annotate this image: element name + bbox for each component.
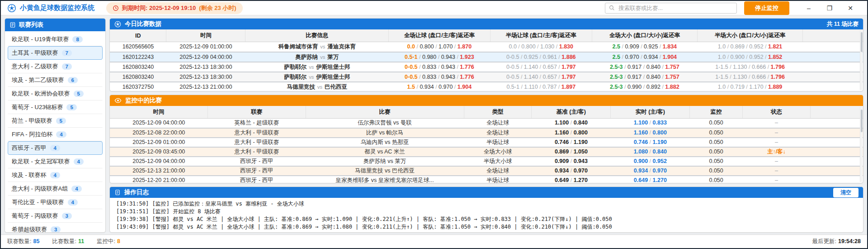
column-header: 全场大小 (盘口/大/小)返还率 bbox=[592, 29, 697, 42]
sidebar-item[interactable]: 欧足联 - 欧洲协会联赛5 bbox=[8, 87, 103, 101]
base-home: 1.100 bbox=[555, 120, 569, 126]
today-scrollbar[interactable] bbox=[860, 30, 863, 90]
separator: / bbox=[764, 84, 768, 90]
separator: / bbox=[660, 84, 665, 90]
away-team: 伊斯坦堡士邦 bbox=[316, 74, 350, 80]
match-count-badge: 共 11 场比赛 bbox=[827, 20, 859, 28]
today-table-wrap: ID时间比赛信息全场让球 (盘口/主/客)返还率半场让球 (盘口/主/客)返还率… bbox=[110, 29, 863, 91]
table-row[interactable]: 2025-12-09 04:00:00英格兰 - 超级联赛伍尔弗汉普顿 vs 曼… bbox=[110, 119, 863, 128]
away-odds: 0.952 bbox=[749, 54, 763, 60]
sidebar-item[interactable]: 葡萄牙 - 丙级联赛3 bbox=[8, 209, 103, 223]
live-home: 0.649 bbox=[634, 177, 648, 183]
handicap-value: 0-0.5 bbox=[506, 64, 519, 70]
stop-monitor-button[interactable]: 停止监控 bbox=[744, 1, 789, 15]
table-row[interactable]: 16208032402025-12-13 18:30:00萨勒耶尔vs伊斯坦堡士… bbox=[110, 72, 863, 82]
separator: / bbox=[436, 74, 441, 80]
sidebar-item[interactable]: 意大利 - 乙级联赛7 bbox=[8, 60, 103, 73]
sidebar-item[interactable]: 荷兰 - 甲级联赛5 bbox=[8, 114, 103, 128]
last-updated-value: 19:54:28 bbox=[838, 238, 861, 244]
odds-cell: 1-1.5 / 1.130 / 0.666 / 1.796 bbox=[697, 72, 802, 82]
vs-label: vs bbox=[317, 84, 322, 90]
sidebar-item[interactable]: 意大利 - 丙级联赛A组4 bbox=[8, 182, 103, 196]
return-rate: 1.870 bbox=[458, 43, 472, 50]
league-label: 荷兰 - 甲级联赛 bbox=[12, 117, 52, 125]
separator: / bbox=[660, 64, 665, 70]
sidebar-item[interactable]: 哥伦比亚 - 甲级联赛4 bbox=[8, 196, 103, 209]
handicap-value: 2.5-3 bbox=[610, 74, 623, 80]
search-input[interactable] bbox=[618, 5, 733, 12]
scrollbar-thumb[interactable] bbox=[861, 32, 863, 52]
sidebar-item[interactable]: FIFA - 阿拉伯杯4 bbox=[8, 128, 103, 141]
table-row[interactable]: 2025-12-09 03:45:00意大利 - 甲级联赛都灵 vs AC 米兰… bbox=[110, 147, 863, 157]
table-row[interactable]: 2025-12-20 21:00:00西班牙 - 西甲皇家奥维耶多 vs 皇家维… bbox=[110, 176, 863, 184]
table-row[interactable]: 2025-12-09 01:00:00意大利 - 甲级联赛乌迪内斯 vs 热那亚… bbox=[110, 138, 863, 147]
match-time: 2025-12-13 18:30:00 bbox=[166, 62, 245, 72]
status-value: 主↑/客↓ bbox=[767, 148, 786, 155]
sidebar-item[interactable]: 欧足联 - U19青年联赛8 bbox=[8, 33, 103, 46]
monitor-scrollbar[interactable] bbox=[860, 107, 863, 182]
match-info: 萨勒耶尔vs伊斯坦堡士邦 bbox=[245, 62, 389, 72]
separator: / bbox=[642, 84, 646, 90]
home-team: 科鲁姆城市体育 bbox=[278, 43, 318, 50]
monitor-type: 半场大小球 bbox=[464, 157, 532, 166]
sidebar-item[interactable]: 西班牙 - 西甲4 bbox=[8, 141, 103, 155]
app-title: 小黄鱼足球数据监控系统 bbox=[20, 4, 94, 12]
maximize-button[interactable]: ❐ bbox=[819, 5, 840, 12]
odds-cell: 2.5-3 / 0.990 / 0.892 / 1.882 bbox=[592, 82, 697, 92]
table-row[interactable]: 2025-12-08 22:00:00意大利 - 甲级联赛比萨 vs 帕尔马全场… bbox=[110, 128, 863, 138]
column-header: 比赛信息 bbox=[245, 29, 389, 42]
today-panel-header: 今日比赛数据 共 11 场比赛 bbox=[110, 19, 863, 29]
league-name: 西班牙 - 西甲 bbox=[208, 157, 306, 166]
match-count-status: 比赛数量:11 bbox=[52, 238, 84, 245]
separator: / bbox=[728, 64, 733, 70]
status-cell: – bbox=[742, 166, 810, 176]
league-count-badge: 4 bbox=[56, 131, 66, 138]
live-home: 1.080 bbox=[634, 148, 648, 155]
separator: / bbox=[569, 177, 573, 183]
sidebar-item[interactable]: 希腊超级联赛3 bbox=[8, 223, 103, 233]
threshold-value: 0.050 bbox=[690, 176, 743, 184]
sidebar-item[interactable]: 埃及 - 第二乙级联赛6 bbox=[8, 73, 103, 87]
odds-cell: 1.0 / 0.869 / 0.952 / 1.821 bbox=[697, 42, 802, 52]
separator: / bbox=[538, 74, 542, 80]
separator: / bbox=[620, 43, 625, 50]
scrollbar-thumb[interactable] bbox=[861, 110, 863, 132]
table-row[interactable]: 16208032402025-12-13 18:30:00萨勒耶尔vs伊斯坦堡士… bbox=[110, 62, 863, 72]
separator: / bbox=[569, 129, 573, 136]
odds-cell: 0.5-1 / 0.980 / 0.943 / 1.923 bbox=[388, 52, 490, 62]
separator: / bbox=[569, 139, 573, 145]
minimize-button[interactable]: – bbox=[798, 5, 819, 12]
away-team: 潘迪克体育 bbox=[327, 43, 356, 50]
sidebar-item[interactable]: 葡萄牙 - U23锦标赛5 bbox=[8, 101, 103, 114]
live-odds: 1.080 / 0.840 bbox=[611, 147, 690, 157]
handicap-value: 2.5-3 bbox=[610, 64, 623, 70]
league-label: 哥伦比亚 - 甲级联赛 bbox=[12, 198, 64, 206]
league-name: 英格兰 - 超级联赛 bbox=[208, 119, 306, 128]
filler-cell bbox=[810, 128, 863, 138]
separator: / bbox=[726, 84, 730, 90]
handicap-value: 1.5 bbox=[407, 84, 415, 90]
odds-cell: 2.5-3 / 0.917 / 0.840 / 1.757 bbox=[592, 62, 697, 72]
today-matches-panel: 今日比赛数据 共 11 场比赛 ID时间比赛信息全场让球 (盘口/主/客)返还率… bbox=[109, 18, 863, 91]
base-home: 0.909 bbox=[555, 158, 569, 164]
status-value: – bbox=[775, 177, 778, 183]
table-row[interactable]: 2025-12-13 21:00:00西班牙 - 西甲马德里竞技 vs 巴伦西亚… bbox=[110, 166, 863, 176]
match-time: 2025-12-09 01:00:00 bbox=[110, 138, 208, 147]
handicap-value: 0-0.5 bbox=[506, 74, 519, 80]
table-row[interactable]: 16201222432025-12-09 04:00:00奥萨苏纳vs莱万0.5… bbox=[110, 52, 863, 62]
sidebar-item[interactable]: 欧足联 - 女足冠军联赛4 bbox=[8, 155, 103, 168]
search-box[interactable] bbox=[605, 3, 737, 14]
threshold-value: 0.050 bbox=[690, 147, 743, 157]
sidebar-item[interactable]: 土耳其 - 甲级联赛7 bbox=[8, 46, 103, 60]
sidebar-item[interactable]: 埃及 - 联赛杯4 bbox=[8, 168, 103, 182]
clear-log-button[interactable]: 清空 bbox=[833, 188, 859, 197]
close-button[interactable]: ✕ bbox=[840, 5, 861, 12]
table-row[interactable]: 2025-12-09 04:00:00西班牙 - 西甲奥萨苏纳 vs 莱万半场大… bbox=[110, 157, 863, 166]
base-odds: 0.746 / 1.190 bbox=[532, 138, 611, 147]
home-odds: 1.140 bbox=[524, 64, 538, 70]
table-row[interactable]: 16203727502025-12-13 21:00:00马德里竞技vs巴伦西亚… bbox=[110, 82, 863, 92]
match-id: 1620372750 bbox=[110, 82, 166, 92]
league-sidebar: 联赛列表 欧足联 - U19青年联赛8土耳其 - 甲级联赛7意大利 - 乙级联赛… bbox=[5, 18, 106, 233]
away-odds: 0.943 bbox=[441, 74, 455, 80]
table-row[interactable]: 16205656052025-12-09 01:00:00科鲁姆城市体育vs潘迪… bbox=[110, 42, 863, 52]
